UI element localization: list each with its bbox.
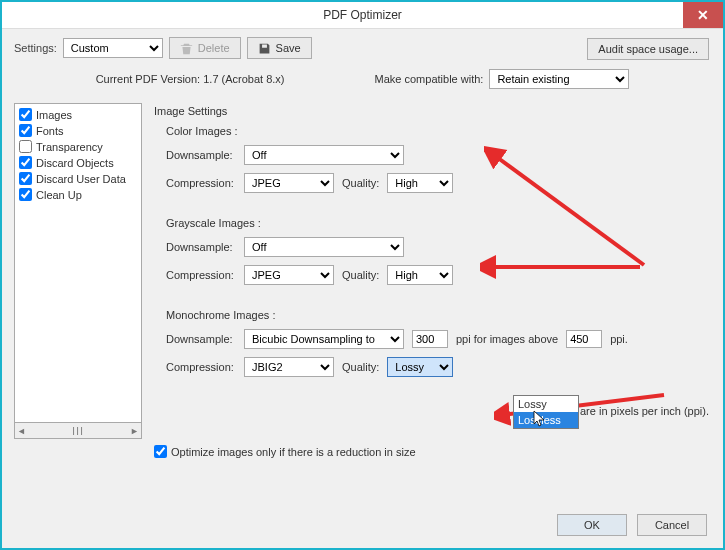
mono-comp-label: Compression: (166, 361, 236, 373)
settings-select[interactable]: Custom (63, 38, 163, 58)
cat-discard-user-data[interactable]: Discard User Data (19, 172, 137, 185)
settings-label: Settings: (14, 42, 57, 54)
mono-ppi-input[interactable] (412, 330, 448, 348)
mono-downsample-select[interactable]: Bicubic Downsampling to (244, 329, 404, 349)
color-downsample-select[interactable]: Off (244, 145, 404, 165)
image-settings-panel: Image Settings Color Images : Downsample… (154, 103, 711, 439)
color-quality-select[interactable]: High (387, 173, 453, 193)
color-compression-select[interactable]: JPEG (244, 173, 334, 193)
save-button[interactable]: Save (247, 37, 312, 59)
gray-compression-select[interactable]: JPEG (244, 265, 334, 285)
gray-down-label: Downsample: (166, 241, 236, 253)
mono-quality-label: Quality: (342, 361, 379, 373)
cat-images[interactable]: Images (19, 108, 137, 121)
gray-quality-label: Quality: (342, 269, 379, 281)
mono-header: Monochrome Images : (166, 309, 711, 321)
ok-button[interactable]: OK (557, 514, 627, 536)
cat-transparency[interactable]: Transparency (19, 140, 137, 153)
cat-clean-up[interactable]: Clean Up (19, 188, 137, 201)
pdf-optimizer-window: PDF Optimizer ✕ Settings: Custom Delete … (0, 0, 725, 550)
gray-header: Grayscale Images : (166, 217, 711, 229)
cat-discard-objects[interactable]: Discard Objects (19, 156, 137, 169)
color-quality-label: Quality: (342, 177, 379, 189)
color-header: Color Images : (166, 125, 711, 137)
current-version-label: Current PDF Version: 1.7 (Acrobat 8.x) (96, 73, 285, 85)
gray-comp-label: Compression: (166, 269, 236, 281)
list-scrollbar[interactable]: ◄ III ► (14, 423, 142, 439)
panel-title: Image Settings (154, 105, 711, 117)
scroll-left-icon[interactable]: ◄ (17, 426, 26, 436)
mono-down-label: Downsample: (166, 333, 236, 345)
category-list[interactable]: Images Fonts Transparency Discard Object… (14, 103, 142, 423)
delete-button: Delete (169, 37, 241, 59)
compat-label: Make compatible with: (375, 73, 484, 85)
cancel-button[interactable]: Cancel (637, 514, 707, 536)
mono-above-label: ppi for images above (456, 333, 558, 345)
save-icon (258, 42, 271, 55)
trash-icon (180, 42, 193, 55)
scroll-right-icon[interactable]: ► (130, 426, 139, 436)
mono-ppi-unit: ppi. (610, 333, 628, 345)
color-down-label: Downsample: (166, 149, 236, 161)
close-icon: ✕ (697, 7, 709, 23)
mono-quality-select[interactable]: Lossy (387, 357, 453, 377)
gray-downsample-select[interactable]: Off (244, 237, 404, 257)
mono-compression-select[interactable]: JBIG2 (244, 357, 334, 377)
window-title: PDF Optimizer (323, 8, 402, 22)
gray-quality-select[interactable]: High (387, 265, 453, 285)
compat-select[interactable]: Retain existing (489, 69, 629, 89)
cursor-icon (533, 410, 547, 428)
mono-above-input[interactable] (566, 330, 602, 348)
color-comp-label: Compression: (166, 177, 236, 189)
cat-fonts[interactable]: Fonts (19, 124, 137, 137)
scroll-thumb[interactable]: III (72, 425, 84, 437)
audit-space-button[interactable]: Audit space usage... (587, 38, 709, 60)
close-button[interactable]: ✕ (683, 2, 723, 28)
titlebar: PDF Optimizer ✕ (2, 2, 723, 29)
optimize-only-if-smaller[interactable]: Optimize images only if there is a reduc… (154, 445, 711, 458)
